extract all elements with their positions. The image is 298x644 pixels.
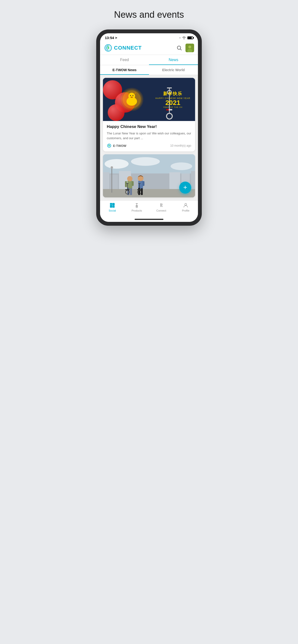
phone-screen: 13:54 ➤ xyxy=(100,33,198,222)
svg-point-40 xyxy=(111,166,113,169)
bluetooth-icon xyxy=(158,202,164,208)
svg-rect-45 xyxy=(125,181,127,187)
nav-products-label: Products xyxy=(131,209,142,212)
page-title: News and events xyxy=(114,10,184,20)
svg-rect-46 xyxy=(132,181,134,186)
search-button[interactable] xyxy=(175,44,183,52)
products-icon xyxy=(134,202,140,208)
nav-profile-label: Profile xyxy=(182,209,189,212)
svg-rect-59 xyxy=(137,189,141,190)
tab-feed[interactable]: Feed xyxy=(100,55,149,65)
app-header: CONNECT xyxy=(100,41,198,55)
sub-tab-electric-world[interactable]: Electric World xyxy=(149,65,198,75)
phone-frame: 13:54 ➤ xyxy=(96,30,202,226)
svg-point-12 xyxy=(130,95,131,96)
news-card-body: Happy Chinese New Year! The Lunar New Ye… xyxy=(103,121,195,152)
svg-point-25 xyxy=(109,145,110,146)
svg-rect-41 xyxy=(127,181,132,189)
battery-fill xyxy=(188,37,192,39)
svg-rect-61 xyxy=(110,205,112,208)
wifi-icon xyxy=(182,36,186,39)
news-card-1[interactable]: 新年快乐 HAPPY CHINESE NEW YEAR 2021 YEAR OF… xyxy=(103,78,195,152)
status-bar: 13:54 ➤ xyxy=(100,33,198,41)
home-indicator xyxy=(100,217,198,222)
svg-rect-47 xyxy=(138,181,143,189)
search-icon xyxy=(176,45,182,51)
news-headline: Happy Chinese New Year! xyxy=(107,124,191,129)
tab-news[interactable]: News xyxy=(149,55,198,65)
svg-point-14 xyxy=(130,96,133,98)
svg-point-68 xyxy=(162,204,163,204)
battery-icon xyxy=(187,36,193,39)
svg-rect-62 xyxy=(112,203,114,206)
svg-rect-22 xyxy=(166,109,169,110)
news-card-2[interactable]: + xyxy=(103,154,195,198)
svg-point-69 xyxy=(162,206,163,207)
bottom-nav: Social Products xyxy=(100,200,198,217)
nav-connect[interactable]: Connect xyxy=(149,202,174,212)
news-source: E-TWOW xyxy=(107,143,126,148)
svg-point-2 xyxy=(107,47,109,49)
fab-button[interactable]: + xyxy=(179,182,191,194)
svg-point-6 xyxy=(188,46,191,48)
logo-text: CONNECT xyxy=(114,45,142,51)
nav-social[interactable]: Social xyxy=(100,202,124,212)
content-area: 新年快乐 HAPPY CHINESE NEW YEAR 2021 YEAR OF… xyxy=(100,75,198,200)
svg-rect-55 xyxy=(125,189,129,190)
nav-connect-label: Connect xyxy=(157,209,166,212)
svg-point-30 xyxy=(171,162,192,170)
status-time: 13:54 ➤ xyxy=(105,36,117,40)
avatar[interactable] xyxy=(186,44,194,52)
svg-point-66 xyxy=(136,206,137,208)
fab-plus-icon: + xyxy=(183,184,187,191)
social-icon xyxy=(109,202,115,208)
svg-point-44 xyxy=(127,176,132,181)
svg-point-13 xyxy=(132,95,133,96)
home-bar xyxy=(135,219,163,220)
nav-products[interactable]: Products xyxy=(124,202,149,212)
gold-ox-icon xyxy=(120,88,144,112)
svg-point-50 xyxy=(138,176,143,181)
profile-icon xyxy=(183,202,189,208)
sub-tab-etwow[interactable]: E-TWOW News xyxy=(100,65,149,75)
svg-rect-51 xyxy=(142,181,144,186)
sub-tabs: E-TWOW News Electric World xyxy=(100,65,198,75)
page-wrapper: News and events 13:54 ➤ xyxy=(75,0,223,240)
news-image-cny: 新年快乐 HAPPY CHINESE NEW YEAR 2021 YEAR OF… xyxy=(103,78,195,121)
news-time: 10 month(s) ago xyxy=(170,144,191,147)
signal-dot xyxy=(179,37,181,38)
app-logo-icon xyxy=(104,44,112,52)
header-actions xyxy=(175,44,194,52)
svg-point-29 xyxy=(131,157,160,166)
svg-rect-43 xyxy=(130,188,132,195)
svg-point-20 xyxy=(167,113,172,119)
location-icon: ➤ xyxy=(115,36,117,40)
svg-line-4 xyxy=(181,49,182,50)
svg-point-70 xyxy=(185,204,187,205)
news-excerpt: The Lunar New Year is upon us! We wish o… xyxy=(107,131,191,140)
svg-point-28 xyxy=(105,159,129,169)
source-logo-icon xyxy=(107,143,112,148)
cny-text: 新年快乐 HAPPY CHINESE NEW YEAR 2021 YEAR OF… xyxy=(156,91,190,108)
status-icons xyxy=(179,36,193,39)
nav-profile[interactable]: Profile xyxy=(174,202,198,212)
nav-social-label: Social xyxy=(109,209,116,212)
svg-rect-67 xyxy=(135,206,138,206)
news-meta: E-TWOW 10 month(s) ago xyxy=(107,143,191,148)
logo-container: CONNECT xyxy=(104,44,142,52)
svg-rect-63 xyxy=(112,206,114,208)
main-tabs: Feed News xyxy=(100,55,198,65)
svg-rect-60 xyxy=(110,203,112,204)
